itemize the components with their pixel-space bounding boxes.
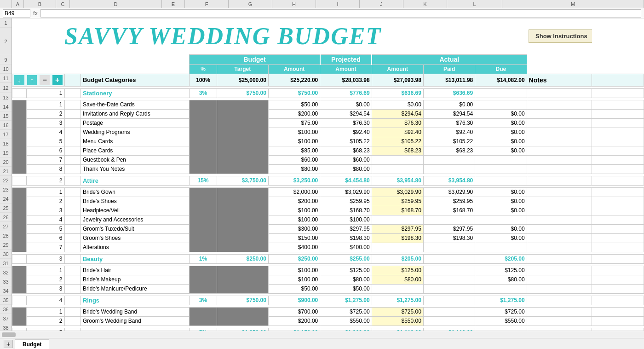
item-stationery-4: 4 Wedding Programs $100.00 $92.40 $92.40… <box>12 128 644 137</box>
row-num-14: 14 <box>0 102 12 111</box>
content-area: SAVVY WEDDING BUDGET Show Instructions <box>12 18 644 331</box>
category-beauty: 3 Beauty 1% $250.00 $250.00 $255.00 $205… <box>12 254 644 263</box>
formula-bar: fx <box>0 8 644 18</box>
col-header-j: J <box>360 0 403 8</box>
col-header-f: F <box>185 0 229 8</box>
summary-due: $14,082.00 <box>475 74 527 86</box>
row-num-22: 22 <box>0 176 12 185</box>
row-num-35: 35 <box>0 296 12 305</box>
add-sheet-button[interactable]: + <box>4 340 13 348</box>
row-num-12: 12 <box>0 83 12 93</box>
col-header-mn: M <box>502 0 644 8</box>
col-header-i: I <box>316 0 360 8</box>
item-attire-2: 2 Bride's Shoes $200.00 $259.95 $259.95 … <box>12 197 644 206</box>
item-beauty-2: 2 Bride's Makeup $100.00 $80.00 $80.00 $… <box>12 275 644 284</box>
target-subheader: Target <box>217 64 268 74</box>
row-num-19: 19 <box>0 148 12 157</box>
horizontal-scrollbar[interactable] <box>0 331 644 338</box>
row-num-10: 10 <box>0 64 12 74</box>
item-stationery-7: 7 Guestbook & Pen $60.00 $60.00 <box>12 155 644 164</box>
stationery-item-1-name: Save-the-Date Cards <box>80 100 190 109</box>
row-num-2to8: 2 <box>0 28 12 55</box>
row-num-20: 20 <box>0 157 12 167</box>
row-num-1: 1 <box>0 18 12 28</box>
row-num-13: 13 <box>0 93 12 102</box>
row-num-26: 26 <box>0 213 12 222</box>
item-rings-2: 2 Groom's Wedding Band $200.00 $550.00 $… <box>12 316 644 326</box>
row-10-headers: Budget Projected Actual <box>12 54 644 64</box>
row-num-9: 9 <box>0 55 12 64</box>
spreadsheet-title: SAVVY WEDDING BUDGET <box>64 23 423 50</box>
act-amount-subheader: Amount <box>372 64 423 74</box>
expand-button[interactable]: + <box>52 75 63 85</box>
row-num-28: 28 <box>0 231 12 240</box>
col-header-h: H <box>272 0 316 8</box>
item-stationery-5: 5 Menu Cards $100.00 $105.22 $105.22 $10… <box>12 137 644 146</box>
row-11-subheaders: % Target Amount Amount Amount Paid Due <box>12 64 644 74</box>
sheet-tab-budget[interactable]: Budget <box>15 339 49 349</box>
move-up-button[interactable]: ↑ <box>27 75 37 85</box>
col-header-a: A <box>12 0 24 8</box>
row-num-34: 34 <box>0 286 12 296</box>
show-instructions-button[interactable]: Show Instructions <box>529 29 592 43</box>
sheet-tabs: + Budget <box>0 338 644 349</box>
pct-subheader: % <box>190 64 217 74</box>
item-attire-4: 4 Jewelry and Accessories $100.00 $100.0… <box>12 215 644 224</box>
budget-categories-label: Budget Categories <box>80 74 190 86</box>
projected-group-header: Projected <box>320 54 372 64</box>
due-subheader: Due <box>475 64 527 74</box>
item-rings-1: 1 Bride's Wedding Band $700.00 $725.00 $… <box>12 307 644 316</box>
row-num-11: 11 <box>0 74 12 83</box>
item-beauty-3: 3 Bride's Manicure/Pedicure $50.00 $50.0… <box>12 284 644 293</box>
item-stationery-8: 8 Thank You Notes $80.00 $80.00 <box>12 164 644 174</box>
summary-amount: $25,220.00 <box>268 74 320 86</box>
summary-proj: $28,033.98 <box>320 74 372 86</box>
row-num-17: 17 <box>0 130 12 139</box>
col-header-rownum <box>0 0 12 8</box>
column-headers: A B C D E F G H I J K L M <box>0 0 644 8</box>
item-attire-7: 7 Alterations $400.00 $400.00 <box>12 243 644 252</box>
item-attire-6: 6 Groom's Shoes $150.00 $198.30 $198.30 … <box>12 233 644 243</box>
cell-reference-input[interactable] <box>3 9 30 17</box>
summary-target: $25,000.00 <box>217 74 268 86</box>
formula-input[interactable] <box>40 9 641 17</box>
summary-paid: $13,011.98 <box>423 74 475 86</box>
row-numbers: 1 2 9 10 11 12 13 14 15 16 17 18 19 20 2… <box>0 18 12 331</box>
category-stationery: 1 Stationery 3% $750.00 $750.00 $776.69 … <box>12 88 644 98</box>
row-num-31: 31 <box>0 259 12 268</box>
row-num-21: 21 <box>0 167 12 176</box>
row-num-33: 33 <box>0 277 12 286</box>
item-attire-3: 3 Headpiece/Veil $100.00 $168.70 $168.70… <box>12 206 644 215</box>
amount-subheader: Amount <box>268 64 320 74</box>
notes-header: Notes <box>527 74 592 86</box>
row-num-18: 18 <box>0 139 12 148</box>
stationery-label: Stationery <box>80 88 190 98</box>
row-num-36: 36 <box>0 305 12 314</box>
row-title: SAVVY WEDDING BUDGET Show Instructions <box>12 20 644 52</box>
spreadsheet: A B C D E F G H I J K L M fx 1 2 9 10 11… <box>0 0 644 349</box>
row-num-15: 15 <box>0 111 12 121</box>
category-attire: 2 Attire 15% $3,750.00 $3,250.00 $4,454.… <box>12 176 644 185</box>
item-stationery-2: 2 Invitations and Reply Cards $200.00 $2… <box>12 109 644 118</box>
row-num-38: 38 <box>0 323 12 331</box>
item-stationery-6: 6 Place Cards $85.00 $68.23 $68.23 $68.2… <box>12 146 644 155</box>
formula-icon: fx <box>33 10 38 17</box>
item-attire-5: 5 Groom's Tuxedo/Suit $300.00 $297.95 $2… <box>12 224 644 233</box>
row-num-27: 27 <box>0 222 12 231</box>
item-attire-1: 1 Bride's Gown $2,000.00 $3,029.90 $3,02… <box>12 187 644 197</box>
row-num-37: 37 <box>0 314 12 323</box>
col-header-d: D <box>70 0 162 8</box>
move-down-button[interactable]: ↓ <box>14 75 24 85</box>
row-num-23: 23 <box>0 185 12 194</box>
col-header-l: L <box>447 0 502 8</box>
category-flowers: 5 Flowers & Decorations 5% $1,250.00 $1,… <box>12 328 644 331</box>
summary-pct: 100% <box>190 74 217 86</box>
item-stationery-3: 3 Postage $75.00 $76.30 $76.30 $76.30 $0… <box>12 118 644 128</box>
row-num-32: 32 <box>0 268 12 277</box>
summary-actual: $27,093.98 <box>372 74 423 86</box>
collapse-button[interactable]: − <box>40 75 50 85</box>
item-stationery-1: 1 Save-the-Date Cards $50.00 $0.00 $0.00… <box>12 100 644 109</box>
item-beauty-1: 1 Bride's Hair $100.00 $125.00 $125.00 $… <box>12 266 644 275</box>
row-12-summary: ↓ ↑ − + Budget Categories 100% $25,000.0… <box>12 74 644 86</box>
paid-subheader: Paid <box>423 64 475 74</box>
